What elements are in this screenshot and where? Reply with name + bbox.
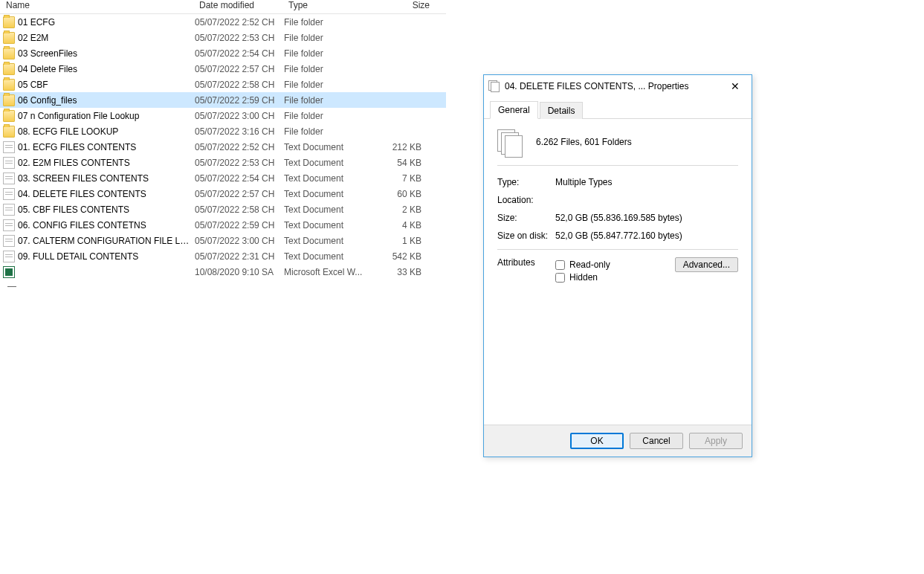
- cell-date: 05/07/2022 3:00 CH: [195, 111, 284, 121]
- cell-name: 07. CALTERM CONFIGURATION FILE LOO...: [18, 236, 195, 246]
- cell-name: 01 ECFG: [18, 17, 195, 28]
- cell-size: 542 KB: [369, 251, 426, 262]
- tab-details[interactable]: Details: [540, 102, 584, 119]
- cell-size: 54 KB: [369, 158, 426, 168]
- properties-dialog: 04. DELETE FILES CONTENTS, ... Propertie…: [483, 74, 752, 457]
- document-icon: [3, 172, 15, 184]
- checkbox-hidden[interactable]: Hidden: [555, 272, 675, 283]
- file-row[interactable]: 02. E2M FILES CONTENTS05/07/2022 2:53 CH…: [0, 155, 446, 170]
- cell-name: 05 CBF: [18, 80, 195, 90]
- dialog-title: 04. DELETE FILES CONTENTS, ... Propertie…: [505, 81, 723, 91]
- file-row[interactable]: 01 ECFG05/07/2022 2:52 CHFile folder: [0, 14, 446, 30]
- dialog-buttons: OK Cancel Apply: [484, 425, 752, 457]
- close-button[interactable]: ✕: [723, 77, 747, 95]
- folder-icon: [3, 48, 15, 59]
- label-location: Location:: [497, 195, 555, 205]
- file-row[interactable]: 06. CONFIG FILES CONTETNS05/07/2022 2:59…: [0, 217, 446, 233]
- folder-icon: [3, 110, 15, 122]
- folder-icon: [3, 126, 15, 138]
- document-icon: [3, 235, 15, 247]
- col-date[interactable]: Date modified: [199, 0, 288, 10]
- cell-date: 05/07/2022 3:16 CH: [195, 126, 284, 137]
- apply-button[interactable]: Apply: [689, 433, 743, 449]
- cell-type: Text Document: [284, 251, 369, 262]
- cell-type: Text Document: [284, 142, 369, 152]
- file-row[interactable]: 01. ECFG FILES CONTENTS05/07/2022 2:52 C…: [0, 139, 446, 155]
- cell-type: Text Document: [284, 173, 369, 184]
- general-pane: 6.262 Files, 601 Folders Type:Multiple T…: [484, 119, 752, 425]
- cell-date: 05/07/2022 2:58 CH: [195, 204, 284, 215]
- cell-type: File folder: [284, 111, 369, 121]
- cell-size: 2 KB: [369, 204, 426, 215]
- cell-type: File folder: [284, 48, 369, 59]
- file-row[interactable]: 06 Config_files05/07/2022 2:59 CHFile fo…: [0, 92, 446, 108]
- cell-name: 04. DELETE FILES CONTENTS: [18, 189, 195, 199]
- value-size: 52,0 GB (55.836.169.585 bytes): [555, 213, 738, 223]
- cell-date: 10/08/2020 9:10 SA: [195, 267, 284, 277]
- folder-icon: [3, 16, 15, 28]
- document-icon: [3, 188, 15, 200]
- cell-date: 05/07/2022 3:00 CH: [195, 236, 284, 246]
- file-row[interactable]: 03 ScreenFiles05/07/2022 2:54 CHFile fol…: [0, 45, 446, 61]
- advanced-button[interactable]: Advanced...: [675, 257, 738, 272]
- tab-general[interactable]: General: [490, 101, 538, 119]
- cell-name: 06 Config_files: [18, 95, 195, 106]
- cell-date: 05/07/2022 2:58 CH: [195, 80, 284, 90]
- cell-type: Text Document: [284, 204, 369, 215]
- cell-size: 212 KB: [369, 142, 426, 152]
- cell-name: 04 Delete Files: [18, 64, 195, 74]
- cell-type: File folder: [284, 80, 369, 90]
- cell-size: 1 KB: [369, 236, 426, 246]
- file-row[interactable]: 02 E2M05/07/2022 2:53 CHFile folder: [0, 30, 446, 45]
- document-icon: [3, 251, 15, 262]
- file-row[interactable]: 07. CALTERM CONFIGURATION FILE LOO...05/…: [0, 233, 446, 248]
- cell-type: File folder: [284, 17, 369, 28]
- folder-icon: [3, 63, 15, 75]
- document-icon: [3, 204, 15, 216]
- folder-icon: [3, 32, 15, 44]
- checkbox-readonly[interactable]: Read-only: [555, 259, 675, 270]
- cell-type: File folder: [284, 95, 369, 106]
- cell-type: File folder: [284, 126, 369, 137]
- col-type[interactable]: Type: [288, 0, 374, 10]
- label-size: Size:: [497, 213, 555, 223]
- file-row[interactable]: 07 n Configuration File Lookup05/07/2022…: [0, 108, 446, 123]
- value-size-on-disk: 52,0 GB (55.847.772.160 bytes): [555, 230, 738, 241]
- value-location: [555, 195, 738, 205]
- cell-type: Microsoft Excel W...: [284, 267, 369, 277]
- file-row[interactable]: 04. DELETE FILES CONTENTS05/07/2022 2:57…: [0, 186, 446, 201]
- cell-date: 05/07/2022 2:52 CH: [195, 17, 284, 28]
- file-row[interactable]: 09. FULL DETAIL CONTENTS05/07/2022 2:31 …: [0, 248, 446, 264]
- value-type: Multiple Types: [555, 177, 738, 187]
- excel-icon: [3, 266, 15, 278]
- cell-date: 05/07/2022 2:52 CH: [195, 142, 284, 152]
- file-row[interactable]: 04 Delete Files05/07/2022 2:57 CHFile fo…: [0, 61, 446, 77]
- truncated-indicator: —: [0, 280, 446, 291]
- ok-button[interactable]: OK: [570, 433, 624, 449]
- cell-date: 05/07/2022 2:53 CH: [195, 33, 284, 43]
- file-row[interactable]: 05 CBF05/07/2022 2:58 CHFile folder: [0, 77, 446, 92]
- titlebar[interactable]: 04. DELETE FILES CONTENTS, ... Propertie…: [484, 75, 752, 97]
- file-count-summary: 6.262 Files, 601 Folders: [536, 137, 632, 147]
- cell-size: 7 KB: [369, 173, 426, 184]
- file-row[interactable]: 08. ECFG FILE LOOKUP05/07/2022 3:16 CHFi…: [0, 123, 446, 139]
- cell-date: 05/07/2022 2:57 CH: [195, 64, 284, 74]
- cell-date: 05/07/2022 2:54 CH: [195, 48, 284, 59]
- file-row[interactable]: 03. SCREEN FILES CONTENTS05/07/2022 2:54…: [0, 170, 446, 186]
- cell-name: 01. ECFG FILES CONTENTS: [18, 142, 195, 152]
- cancel-button[interactable]: Cancel: [630, 433, 683, 449]
- cell-name: 07 n Configuration File Lookup: [18, 111, 195, 121]
- file-row[interactable]: 05. CBF FILES CONTENTS05/07/2022 2:58 CH…: [0, 201, 446, 217]
- cell-date: 05/07/2022 2:57 CH: [195, 189, 284, 199]
- label-attributes: Attributes: [497, 257, 555, 268]
- column-headers: Name Date modified Type Size: [0, 0, 446, 14]
- document-icon: [3, 219, 15, 231]
- file-list: Name Date modified Type Size 01 ECFG05/0…: [0, 0, 446, 291]
- multi-file-large-icon: [497, 129, 523, 155]
- file-row[interactable]: 10/08/2020 9:10 SAMicrosoft Excel W...33…: [0, 264, 446, 280]
- cell-type: File folder: [284, 33, 369, 43]
- folder-icon: [3, 94, 15, 106]
- cell-size: 33 KB: [369, 267, 426, 277]
- col-size[interactable]: Size: [374, 0, 437, 10]
- col-name[interactable]: Name: [0, 0, 199, 10]
